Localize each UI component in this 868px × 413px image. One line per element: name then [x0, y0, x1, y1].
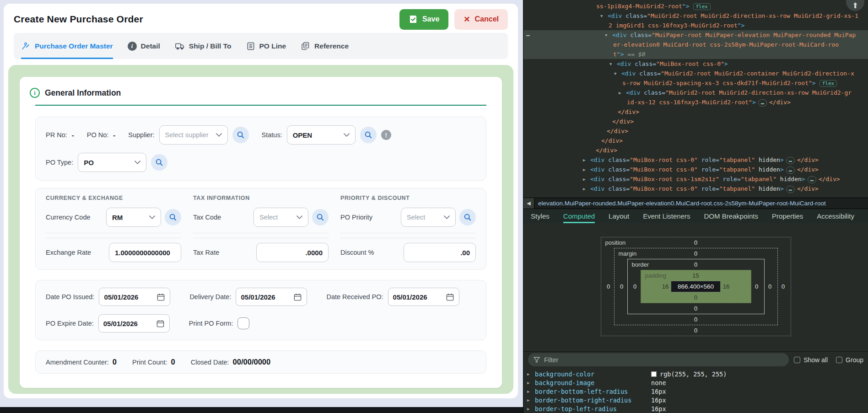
tab-detail[interactable]: i Detail [128, 33, 160, 59]
column-divider [340, 238, 476, 238]
tab-purchase-order-master[interactable]: Purchase Order Master [21, 33, 113, 59]
devtools-tab-properties[interactable]: Properties [772, 209, 803, 223]
devtools-tab-layout[interactable]: Layout [609, 209, 629, 223]
dom-tree-line[interactable]: </div> [523, 136, 868, 145]
supplier-select[interactable]: Select supplier [159, 125, 228, 145]
list-box-icon [246, 42, 255, 51]
delivery-date-input[interactable]: 05/01/2026 [236, 288, 307, 306]
computed-property-row[interactable]: ▶background-colorrgb(255, 255, 255) [523, 370, 868, 378]
dom-tree-line[interactable]: 2 imgGird1 css-16fnxy3-MuiGrid2-root"> [523, 21, 868, 30]
expand-children-button[interactable]: … [786, 186, 795, 193]
checkbox-icon [836, 357, 842, 363]
property-value: 16px [651, 405, 666, 413]
devtools-tab-accessibility[interactable]: Accessibility [817, 209, 854, 223]
dom-tree-line[interactable]: t"> == $0 [523, 49, 868, 59]
code-token: "> [617, 51, 624, 58]
flex-badge[interactable]: flex [693, 3, 711, 10]
date-po-issued-input[interactable]: 05/01/2026 [99, 288, 170, 306]
expand-children-button[interactable]: … [758, 99, 767, 107]
print-po-form-checkbox[interactable] [237, 317, 249, 329]
code-token: "MuiPaper-root MuiPaper-elevation MuiPap… [652, 32, 856, 38]
breadcrumb-text[interactable]: elevation.MuiPaper-rounded.MuiPaper-elev… [538, 200, 826, 207]
dom-tree-line[interactable]: er-elevation0 MuiCard-root css-2s58ym-Mu… [523, 40, 868, 49]
tab-reference[interactable]: Reference [301, 33, 349, 59]
expand-arrow-icon[interactable]: ▶ [583, 165, 590, 175]
computed-property-row[interactable]: ▶background-imagenone [523, 378, 868, 387]
po-type-select[interactable]: PO [78, 153, 146, 172]
dom-tree-line[interactable]: ▼<div class="MuiGrid2-root MuiGrid2-cont… [523, 69, 868, 78]
dom-tree-line[interactable]: ss-1pi8xg4-MuiGrid2-root">flex [523, 1, 868, 11]
tax-code-select[interactable]: Select [253, 208, 308, 227]
expand-arrow-icon[interactable]: ▶ [619, 88, 626, 98]
tab-ship-bill-to[interactable]: Ship / Bill To [175, 33, 232, 59]
code-token: 2 imgGird1 css-16fnxy3-MuiGrid2-root [609, 22, 738, 29]
tax-code-search-button[interactable] [312, 209, 329, 225]
more-actions-icon[interactable]: … [526, 29, 530, 39]
filter-input[interactable]: Filter [528, 353, 789, 366]
expand-arrow-icon[interactable]: ▼ [600, 11, 608, 21]
po-type-label: PO Type: [46, 159, 73, 166]
dom-tree-line[interactable]: ▼<div class="MuiBox-root css-0"> [523, 59, 868, 69]
dom-tree-line[interactable]: </div> [523, 117, 868, 126]
status-select[interactable]: OPEN [287, 125, 356, 145]
expand-children-button[interactable]: … [786, 166, 795, 174]
dom-tree-line[interactable]: </div> [523, 145, 868, 155]
status-search-button[interactable] [360, 127, 377, 143]
supplier-search-button[interactable] [232, 127, 249, 143]
expand-arrow-icon[interactable]: ▶ [527, 372, 535, 376]
computed-property-row[interactable]: ▶border-bottom-right-radius16px [523, 396, 868, 404]
po-priority-select[interactable]: Select [401, 208, 456, 227]
discount-input[interactable]: .00 [404, 243, 476, 262]
devtools-tab-styles[interactable]: Styles [531, 209, 550, 223]
expand-arrow-icon[interactable]: ▶ [583, 175, 590, 184]
currency-code-select[interactable]: RM [106, 208, 161, 227]
tax-rate-input[interactable]: .0000 [256, 243, 329, 262]
dom-tree-line[interactable]: ▶<div class="MuiBox-root css-0" role="ta… [523, 165, 868, 174]
dom-tree-line[interactable]: s-row MuiGrid2-spacing-xs-3 css-dkd71f-M… [523, 78, 868, 88]
dom-tree-line[interactable]: ▶<div class="MuiBox-root css-0" role="ta… [523, 155, 868, 165]
expand-arrow-icon[interactable]: ▶ [527, 389, 535, 394]
discount-label: Discount % [340, 249, 374, 256]
expand-arrow-icon[interactable]: ▶ [527, 407, 535, 411]
dom-tree-line[interactable]: ▶<div class="MuiBox-root css-0" role="ta… [523, 184, 868, 193]
expand-children-button[interactable]: … [786, 157, 795, 164]
dom-tree-line[interactable]: ▼<div class="MuiGrid2-root MuiGrid2-dire… [523, 11, 868, 21]
currency-search-button[interactable] [165, 209, 181, 225]
breadcrumb-back-button[interactable]: ◀ [523, 198, 534, 209]
expand-arrow-icon[interactable]: ▼ [614, 69, 621, 79]
expand-arrow-icon[interactable]: ▶ [527, 381, 535, 385]
expand-arrow-icon[interactable]: ▶ [527, 398, 535, 402]
computed-property-row[interactable]: ▶border-top-left-radius16px [523, 404, 868, 413]
expand-arrow-icon[interactable]: ▼ [605, 31, 612, 40]
dom-tree-line[interactable]: </div> [523, 126, 868, 136]
computed-property-row[interactable]: ▶border-bottom-left-radius16px [523, 387, 868, 396]
dom-tree-line[interactable]: id-xs-12 css-16fnxy3-MuiGrid2-root">…</d… [523, 97, 868, 107]
devtools-tab-dom-breakpoints[interactable]: DOM Breakpoints [704, 209, 758, 223]
save-button[interactable]: Save [399, 9, 448, 30]
computed-properties-list: ▶background-colorrgb(255, 255, 255)▶back… [523, 370, 868, 413]
chevron-down-icon [216, 133, 222, 137]
po-type-search-button[interactable] [151, 154, 167, 171]
dom-tree-line[interactable]: </div> [523, 107, 868, 117]
expand-arrow-icon[interactable]: ▶ [583, 184, 590, 194]
po-priority-search-button[interactable] [459, 209, 476, 225]
expand-arrow-icon[interactable]: ▶ [583, 156, 590, 165]
dom-tree-line[interactable]: ▶<div class="MuiGrid2-root MuiGrid2-dire… [523, 88, 868, 97]
tab-po-line[interactable]: PO Line [246, 33, 286, 59]
cancel-button[interactable]: ✕ Cancel [454, 9, 508, 30]
group-checkbox[interactable]: Group [836, 356, 863, 364]
show-all-checkbox[interactable]: Show all [794, 356, 828, 364]
date-received-po-input[interactable]: 05/01/2026 [388, 288, 459, 306]
exchange-rate-input[interactable]: 1.0000000000000 [109, 243, 181, 262]
code-token: <div [590, 156, 604, 163]
po-header-group: PR No: - PO No: - Supplier: Select suppl… [35, 117, 486, 181]
expand-arrow-icon[interactable]: ▼ [609, 59, 617, 69]
devtools-tab-computed[interactable]: Computed [563, 209, 595, 223]
dom-tree-line[interactable]: ▶<div class="MuiBox-root css-1sm2s1z" ro… [523, 174, 868, 184]
flex-badge[interactable]: flex [819, 80, 837, 87]
dom-tree-line[interactable]: …▼<div class="MuiPaper-root MuiPaper-ele… [523, 30, 868, 40]
truck-icon [175, 41, 185, 51]
po-expire-date-input[interactable]: 05/01/2026 [98, 314, 170, 333]
devtools-tab-event-listeners[interactable]: Event Listeners [643, 209, 690, 223]
expand-children-button[interactable]: … [808, 176, 816, 183]
